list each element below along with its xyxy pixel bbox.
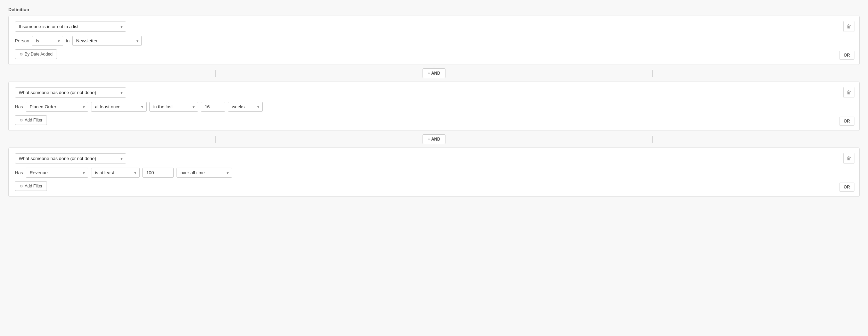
block2-filter-button[interactable]: ⚙ Add Filter [15, 115, 47, 125]
block2-number-input[interactable] [201, 102, 225, 112]
block1-filter-button[interactable]: ⚙ By Date Added [15, 49, 57, 59]
condition-block-2: What someone has done (or not done) If s… [8, 82, 860, 131]
condition-block-1: If someone is in or not in a list What s… [8, 16, 860, 65]
block3-filter-icon: ⚙ [19, 184, 23, 188]
and-button-1[interactable]: + AND [423, 68, 445, 78]
block2-delete-button[interactable]: 🗑 [843, 87, 854, 98]
block3-or-button[interactable]: OR [839, 183, 854, 192]
block2-event-select[interactable]: Placed Order Revenue Viewed Product Adde… [26, 102, 88, 112]
and-connector-2: + AND [8, 134, 860, 144]
block2-or-button[interactable]: OR [839, 117, 854, 126]
block3-delete-icon: 🗑 [846, 156, 851, 161]
and-connector-1: + AND [8, 68, 860, 78]
block2-has-label: Has [15, 104, 23, 109]
block3-event-select[interactable]: Placed Order Revenue Viewed Product Adde… [26, 168, 88, 178]
block1-condition-select[interactable]: is is not [32, 36, 63, 46]
block3-filter-button[interactable]: ⚙ Add Filter [15, 181, 47, 191]
block1-delete-button[interactable]: 🗑 [843, 21, 854, 32]
person-label: Person [15, 38, 29, 43]
block3-alltime-select[interactable]: over all time in the last in the next [177, 168, 232, 178]
block2-frequency-select[interactable]: at least once zero times at most once [91, 102, 147, 112]
block2-delete-icon: 🗑 [846, 90, 851, 95]
in-label: in [66, 38, 69, 43]
block1-or-button[interactable]: OR [839, 51, 854, 60]
block3-type-select[interactable]: What someone has done (or not done) If s… [15, 153, 126, 163]
block3-delete-button[interactable]: 🗑 [843, 153, 854, 164]
block2-type-select[interactable]: What someone has done (or not done) If s… [15, 87, 126, 98]
condition-block-3: What someone has done (or not done) If s… [8, 148, 860, 197]
block2-timeunit-select[interactable]: weeks days months years [228, 102, 263, 112]
block3-number-input[interactable] [142, 168, 174, 178]
block1-delete-icon: 🗑 [846, 24, 851, 29]
block3-revenue-condition-select[interactable]: is at least is at most equals is between [91, 168, 140, 178]
block2-filter-icon: ⚙ [19, 118, 23, 123]
filter-icon: ⚙ [19, 52, 23, 57]
and-button-2[interactable]: + AND [423, 134, 445, 144]
block1-list-select[interactable]: Newsletter VIP Subscribers [72, 36, 142, 46]
definition-label: Definition [8, 7, 860, 12]
block3-has-label: Has [15, 170, 23, 175]
block1-type-select[interactable]: If someone is in or not in a list What s… [15, 22, 126, 32]
block2-timeframe-select[interactable]: in the last over all time in the next [149, 102, 198, 112]
